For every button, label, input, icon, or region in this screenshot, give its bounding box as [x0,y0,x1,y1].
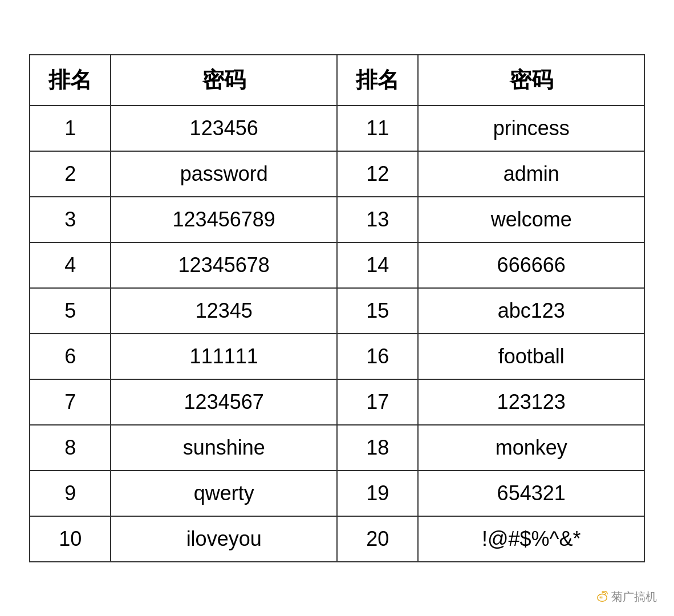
watermark: 菊广搞机 [596,589,657,605]
password-left: password [111,151,337,197]
password-right: football [418,334,644,379]
table-row: 9qwerty19654321 [30,471,644,516]
password-left: 12345678 [111,242,337,288]
password-left: iloveyou [111,516,337,562]
header-rank2: 排名 [337,55,418,106]
rank-left: 6 [30,334,111,379]
rank-right: 19 [337,471,418,516]
table-container: 排名 密码 排名 密码 112345611princess2password12… [0,31,674,585]
table-row: 7123456717123123 [30,379,644,425]
table-row: 51234515abc123 [30,288,644,334]
password-left: 111111 [111,334,337,379]
password-right: abc123 [418,288,644,334]
password-right: 654321 [418,471,644,516]
table-row: 41234567814666666 [30,242,644,288]
watermark-text: 菊广搞机 [611,589,657,605]
password-left: 12345 [111,288,337,334]
rank-right: 12 [337,151,418,197]
password-left: 123456789 [111,197,337,242]
header-rank1: 排名 [30,55,111,106]
rank-left: 4 [30,242,111,288]
password-left: qwerty [111,471,337,516]
svg-point-2 [600,596,602,597]
rank-left: 8 [30,425,111,471]
rank-right: 17 [337,379,418,425]
table-header-row: 排名 密码 排名 密码 [30,55,644,106]
password-left: sunshine [111,425,337,471]
password-right: 666666 [418,242,644,288]
password-right: welcome [418,197,644,242]
password-table: 排名 密码 排名 密码 112345611princess2password12… [29,54,645,562]
weibo-icon [596,591,608,603]
rank-left: 7 [30,379,111,425]
rank-left: 10 [30,516,111,562]
rank-right: 16 [337,334,418,379]
password-right: princess [418,106,644,151]
rank-left: 2 [30,151,111,197]
rank-right: 20 [337,516,418,562]
table-row: 8sunshine18monkey [30,425,644,471]
rank-right: 11 [337,106,418,151]
header-password1: 密码 [111,55,337,106]
password-right: admin [418,151,644,197]
rank-left: 1 [30,106,111,151]
table-row: 611111116football [30,334,644,379]
table-row: 112345611princess [30,106,644,151]
password-left: 123456 [111,106,337,151]
password-right: 123123 [418,379,644,425]
password-right: monkey [418,425,644,471]
rank-right: 14 [337,242,418,288]
table-row: 2password12admin [30,151,644,197]
header-password2: 密码 [418,55,644,106]
rank-right: 15 [337,288,418,334]
rank-right: 18 [337,425,418,471]
password-right: !@#$%^&* [418,516,644,562]
password-left: 1234567 [111,379,337,425]
table-row: 10iloveyou20!@#$%^&* [30,516,644,562]
rank-left: 3 [30,197,111,242]
rank-left: 5 [30,288,111,334]
rank-left: 9 [30,471,111,516]
table-row: 312345678913welcome [30,197,644,242]
rank-right: 13 [337,197,418,242]
